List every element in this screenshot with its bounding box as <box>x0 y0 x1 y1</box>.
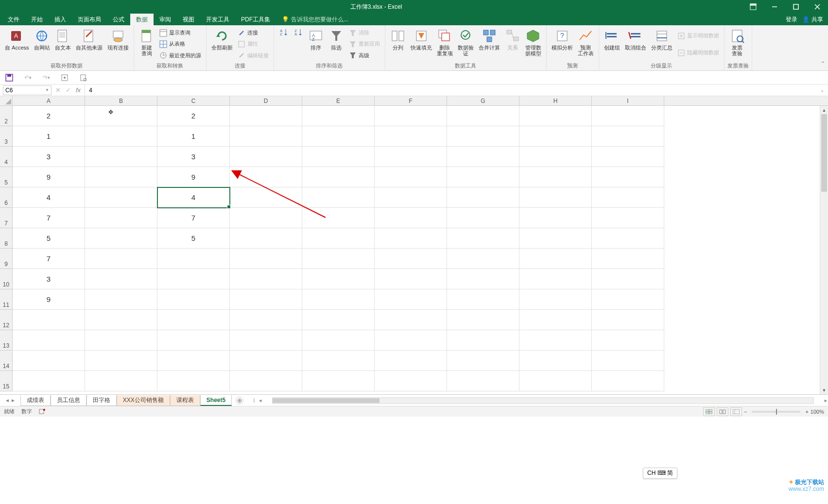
cell[interactable]: 9 <box>13 167 85 187</box>
cell[interactable] <box>230 208 302 228</box>
hscroll-thumb[interactable] <box>273 398 380 403</box>
cell[interactable] <box>157 351 230 371</box>
touch-mode-button[interactable] <box>60 73 69 82</box>
cell[interactable] <box>13 371 85 391</box>
menu-tab-开发工具[interactable]: 开发工具 <box>200 14 235 25</box>
row-header[interactable]: 2 <box>0 106 13 126</box>
column-header-B[interactable]: B <box>85 96 157 105</box>
from-text-button[interactable]: 自文本 <box>53 27 73 61</box>
cell[interactable] <box>85 330 157 351</box>
cell[interactable]: 2 <box>13 106 85 126</box>
data-validation-button[interactable]: 数据验 证 <box>456 27 476 61</box>
show-detail-button[interactable]: 显示明细数据 <box>675 32 721 40</box>
cell[interactable] <box>519 228 592 249</box>
sheet-tab[interactable]: 课程表 <box>170 395 200 406</box>
clear-filter-button[interactable]: 清除 <box>347 29 382 37</box>
cell[interactable]: 5 <box>157 228 230 249</box>
cell[interactable] <box>447 249 519 269</box>
add-sheet-button[interactable]: ⊕ <box>236 397 243 404</box>
cell[interactable] <box>230 289 302 310</box>
cell[interactable] <box>592 269 664 289</box>
row-header[interactable]: 12 <box>0 310 13 330</box>
sort-desc-button[interactable]: ZA <box>292 27 305 61</box>
cell[interactable] <box>302 289 375 310</box>
cell[interactable] <box>519 289 592 310</box>
cell[interactable] <box>447 167 519 187</box>
cell[interactable] <box>230 228 302 249</box>
sheet-tab[interactable]: Sheet5 <box>200 395 232 406</box>
cell[interactable] <box>592 371 664 391</box>
cell[interactable] <box>519 106 592 126</box>
sort-asc-button[interactable]: AZ <box>277 27 291 61</box>
cell[interactable] <box>592 167 664 187</box>
cell[interactable] <box>592 289 664 310</box>
cell[interactable] <box>13 310 85 330</box>
cell[interactable] <box>447 289 519 310</box>
sheet-tab[interactable]: 成绩表 <box>20 395 51 406</box>
cell[interactable] <box>302 208 375 228</box>
refresh-all-button[interactable]: 全部刷新 <box>209 27 235 61</box>
cell[interactable]: 9 <box>157 167 230 187</box>
cell[interactable] <box>375 187 447 208</box>
zoom-in-button[interactable]: + <box>805 409 808 415</box>
cell[interactable] <box>302 310 375 330</box>
cell[interactable] <box>375 269 447 289</box>
cell[interactable] <box>157 289 230 310</box>
cell[interactable] <box>519 187 592 208</box>
row-header[interactable]: 10 <box>0 269 13 289</box>
cell[interactable] <box>375 310 447 330</box>
invoice-check-button[interactable]: 发票 查验 <box>727 27 747 61</box>
menu-tab-PDF工具集[interactable]: PDF工具集 <box>235 14 276 25</box>
cell[interactable] <box>230 269 302 289</box>
cell[interactable] <box>375 167 447 187</box>
row-header[interactable]: 4 <box>0 147 13 167</box>
cell[interactable] <box>375 289 447 310</box>
cell[interactable] <box>85 289 157 310</box>
row-header[interactable]: 14 <box>0 351 13 371</box>
scroll-down-button[interactable]: ▼ <box>820 386 828 394</box>
hide-detail-button[interactable]: 隐藏明细数据 <box>675 49 721 57</box>
cell[interactable] <box>85 208 157 228</box>
reapply-button[interactable]: 重新应用 <box>347 40 382 49</box>
column-header-G[interactable]: G <box>447 96 519 105</box>
redo-button[interactable]: ↷ ▾ <box>42 73 51 82</box>
filter-button[interactable]: 筛选 <box>327 27 346 61</box>
text-to-columns-button[interactable]: 分列 <box>388 27 408 61</box>
cell[interactable] <box>447 187 519 208</box>
cell[interactable] <box>447 126 519 147</box>
what-if-button[interactable]: ?模拟分析 <box>550 27 575 61</box>
cell[interactable] <box>13 351 85 371</box>
cell[interactable] <box>519 371 592 391</box>
from-other-button[interactable]: 自其他来源 <box>74 27 104 61</box>
subtotal-button[interactable]: 分类汇总 <box>649 27 674 61</box>
cell[interactable]: 7 <box>13 249 85 269</box>
enter-icon[interactable]: ✓ <box>66 86 71 94</box>
page-layout-view-button[interactable] <box>717 407 728 416</box>
cell[interactable] <box>375 208 447 228</box>
cell[interactable] <box>519 330 592 351</box>
from-table-button[interactable]: 从表格 <box>157 40 203 49</box>
menu-tab-插入[interactable]: 插入 <box>49 14 72 25</box>
cell[interactable]: 7 <box>13 208 85 228</box>
cell[interactable] <box>302 187 375 208</box>
cell[interactable]: 5 <box>13 228 85 249</box>
cell[interactable] <box>302 147 375 167</box>
cell[interactable] <box>230 351 302 371</box>
share-button[interactable]: 👤 共享 <box>802 16 823 24</box>
row-header[interactable]: 3 <box>0 126 13 147</box>
cell[interactable] <box>592 228 664 249</box>
collapse-ribbon-button[interactable]: ˆ <box>822 61 824 68</box>
sheet-tab[interactable]: 田字格 <box>86 395 117 406</box>
scroll-thumb[interactable] <box>821 114 827 192</box>
cell[interactable] <box>85 269 157 289</box>
cell[interactable] <box>592 126 664 147</box>
sheet-nav[interactable]: ◄► <box>0 398 20 403</box>
menu-tab-视图[interactable]: 视图 <box>177 14 200 25</box>
cell[interactable] <box>447 228 519 249</box>
cell[interactable] <box>375 249 447 269</box>
print-preview-button[interactable] <box>79 73 87 82</box>
row-header[interactable]: 8 <box>0 228 13 249</box>
ime-indicator[interactable]: CH ⌨ 简 <box>643 468 677 479</box>
cell[interactable] <box>302 269 375 289</box>
zoom-slider[interactable] <box>752 411 800 413</box>
